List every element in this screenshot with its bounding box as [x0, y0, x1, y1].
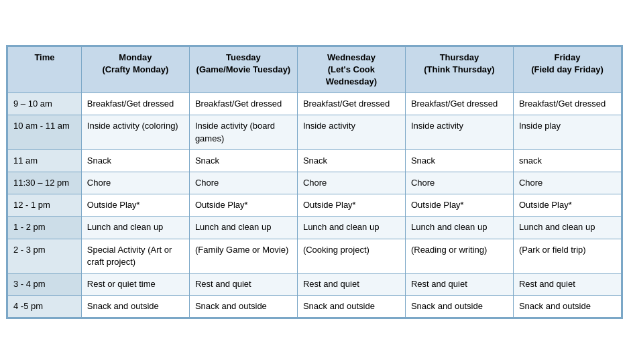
- cell-tuesday: Snack and outside: [189, 296, 297, 318]
- header-thursday: Thursday (Think Thursday): [405, 46, 513, 93]
- cell-friday: snack: [513, 149, 621, 172]
- cell-monday: Inside activity (coloring): [81, 115, 189, 149]
- cell-wednesday: Rest and quiet: [297, 273, 405, 295]
- cell-friday: (Park or field trip): [513, 239, 621, 273]
- table-row: 11 amSnackSnackSnackSnacksnack: [8, 149, 622, 172]
- cell-monday: Outside Play*: [81, 194, 189, 217]
- cell-time: 9 – 10 am: [8, 93, 82, 115]
- cell-thursday: Lunch and clean up: [405, 217, 513, 239]
- cell-wednesday: Chore: [297, 172, 405, 194]
- cell-wednesday: (Cooking project): [297, 239, 405, 273]
- cell-tuesday: Breakfast/Get dressed: [189, 93, 297, 115]
- cell-tuesday: Lunch and clean up: [189, 217, 297, 239]
- cell-tuesday: (Family Game or Movie): [189, 239, 297, 273]
- table-row: 10 am - 11 amInside activity (coloring)I…: [8, 115, 622, 149]
- cell-friday: Breakfast/Get dressed: [513, 93, 621, 115]
- cell-tuesday: Rest and quiet: [189, 273, 297, 295]
- cell-thursday: (Reading or writing): [405, 239, 513, 273]
- header-friday: Friday (Field day Friday): [513, 46, 621, 93]
- header-monday: Monday (Crafty Monday): [81, 46, 189, 93]
- cell-monday: Rest or quiet time: [81, 273, 189, 295]
- table-row: 12 - 1 pmOutside Play*Outside Play*Outsi…: [8, 194, 622, 217]
- cell-monday: Breakfast/Get dressed: [81, 93, 189, 115]
- cell-monday: Special Activity (Art or craft project): [81, 239, 189, 273]
- table-row: 1 - 2 pmLunch and clean upLunch and clea…: [8, 217, 622, 239]
- cell-wednesday: Lunch and clean up: [297, 217, 405, 239]
- header-row: Time Monday (Crafty Monday) Tuesday (Gam…: [8, 46, 622, 93]
- table-row: 11:30 – 12 pmChoreChoreChoreChoreChore: [8, 172, 622, 194]
- cell-monday: Snack: [81, 149, 189, 172]
- cell-friday: Outside Play*: [513, 194, 621, 217]
- cell-monday: Chore: [81, 172, 189, 194]
- cell-tuesday: Inside activity (board games): [189, 115, 297, 149]
- cell-wednesday: Snack and outside: [297, 296, 405, 318]
- table-row: 3 - 4 pmRest or quiet timeRest and quiet…: [8, 273, 622, 295]
- cell-thursday: Outside Play*: [405, 194, 513, 217]
- cell-friday: Snack and outside: [513, 296, 621, 318]
- cell-thursday: Inside activity: [405, 115, 513, 149]
- cell-time: 2 - 3 pm: [8, 239, 82, 273]
- table-row: 4 -5 pmSnack and outsideSnack and outsid…: [8, 296, 622, 318]
- cell-time: 4 -5 pm: [8, 296, 82, 318]
- cell-wednesday: Outside Play*: [297, 194, 405, 217]
- cell-wednesday: Inside activity: [297, 115, 405, 149]
- cell-monday: Lunch and clean up: [81, 217, 189, 239]
- schedule-table-wrapper: Time Monday (Crafty Monday) Tuesday (Gam…: [6, 45, 623, 320]
- header-wednesday: Wednesday (Let's Cook Wednesday): [297, 46, 405, 93]
- cell-monday: Snack and outside: [81, 296, 189, 318]
- cell-friday: Lunch and clean up: [513, 217, 621, 239]
- cell-time: 3 - 4 pm: [8, 273, 82, 295]
- cell-tuesday: Snack: [189, 149, 297, 172]
- cell-thursday: Chore: [405, 172, 513, 194]
- cell-tuesday: Outside Play*: [189, 194, 297, 217]
- table-row: 9 – 10 amBreakfast/Get dressedBreakfast/…: [8, 93, 622, 115]
- cell-friday: Rest and quiet: [513, 273, 621, 295]
- cell-time: 10 am - 11 am: [8, 115, 82, 149]
- cell-friday: Chore: [513, 172, 621, 194]
- cell-thursday: Breakfast/Get dressed: [405, 93, 513, 115]
- cell-wednesday: Breakfast/Get dressed: [297, 93, 405, 115]
- header-time: Time: [8, 46, 82, 93]
- table-row: 2 - 3 pmSpecial Activity (Art or craft p…: [8, 239, 622, 273]
- cell-time: 1 - 2 pm: [8, 217, 82, 239]
- cell-thursday: Rest and quiet: [405, 273, 513, 295]
- cell-thursday: Snack: [405, 149, 513, 172]
- cell-time: 12 - 1 pm: [8, 194, 82, 217]
- cell-tuesday: Chore: [189, 172, 297, 194]
- cell-friday: Inside play: [513, 115, 621, 149]
- cell-time: 11:30 – 12 pm: [8, 172, 82, 194]
- cell-wednesday: Snack: [297, 149, 405, 172]
- header-tuesday: Tuesday (Game/Movie Tuesday): [189, 46, 297, 93]
- cell-thursday: Snack and outside: [405, 296, 513, 318]
- schedule-table: Time Monday (Crafty Monday) Tuesday (Gam…: [7, 46, 622, 318]
- cell-time: 11 am: [8, 149, 82, 172]
